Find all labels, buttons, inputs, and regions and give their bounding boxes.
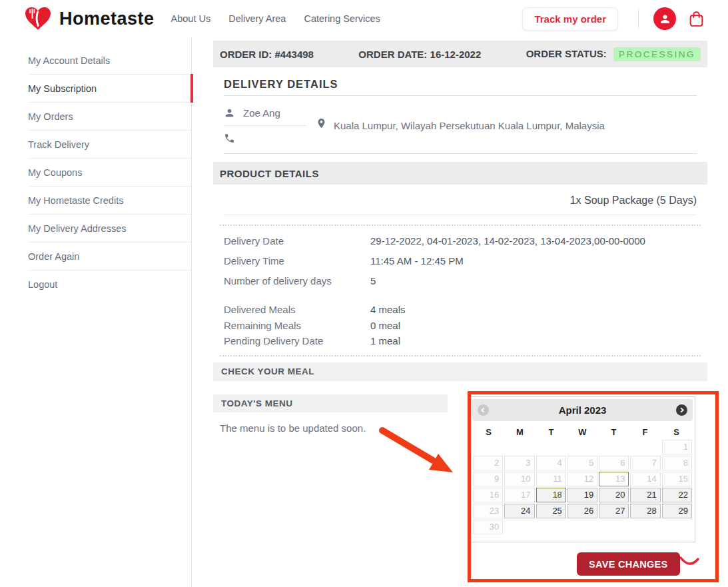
- track-my-order-button[interactable]: Track my order: [522, 7, 618, 31]
- order-id: ORDER ID: #443498: [220, 49, 314, 60]
- product-name: 1x Soup Package (5 Days): [224, 195, 697, 207]
- sidebar-item[interactable]: My Delivery Addresses: [28, 215, 191, 243]
- check-your-meal-header: CHECK YOUR MEAL: [213, 362, 707, 381]
- delivery-address: Kuala Lumpur, Wilayah Persekutuan Kuala …: [316, 107, 697, 144]
- calendar-date-cell[interactable]: 18: [536, 488, 566, 502]
- calendar-date-cell[interactable]: 24: [504, 504, 534, 518]
- calendar-date-cell[interactable]: 22: [662, 488, 692, 502]
- day-header: F: [629, 427, 661, 437]
- main-content: ORDER ID: #443498 ORDER DATE: 16-12-2022…: [192, 37, 728, 434]
- customer-phone-redacted: [243, 134, 303, 143]
- calendar-date-cell[interactable]: [599, 440, 629, 454]
- product-details-header: PRODUCT DETAILS: [213, 162, 707, 185]
- calendar-date-cell[interactable]: 11: [536, 472, 566, 486]
- calendar-date-cell[interactable]: 8: [662, 456, 692, 470]
- calendar-date-cell[interactable]: 3: [504, 456, 534, 470]
- product-info-row: Delivery Time 11:45 AM - 12:45 PM: [224, 251, 697, 271]
- nav-link[interactable]: About Us: [171, 13, 211, 24]
- calendar-date-cell[interactable]: 21: [630, 488, 660, 502]
- meal-status-row: Pending Delivery Date 1 meal: [224, 333, 697, 349]
- chevron-left-icon: [480, 407, 486, 413]
- delivery-date-calendar: April 2023 SMTWTFS: [470, 396, 695, 542]
- nav-link[interactable]: Delivery Area: [228, 13, 286, 24]
- sidebar-item[interactable]: My Hometaste Credits: [28, 187, 191, 215]
- sidebar-item[interactable]: My Subscription: [28, 75, 191, 103]
- order-id-value: #443498: [275, 49, 314, 60]
- calendar-date-cell[interactable]: 27: [599, 504, 629, 518]
- order-date: ORDER DATE: 16-12-2022: [358, 49, 481, 60]
- calendar-date-cell[interactable]: [536, 520, 566, 534]
- calendar-day-headers: SMTWTFS: [473, 427, 692, 437]
- calendar-date-cell[interactable]: 19: [567, 488, 597, 502]
- meal-status-row: Delivered Meals 4 meals: [224, 302, 697, 318]
- calendar-date-cell[interactable]: 30: [473, 520, 503, 534]
- calendar-date-cell[interactable]: [599, 520, 629, 534]
- calendar-date-cell[interactable]: 12: [567, 472, 597, 486]
- calendar-date-cell[interactable]: 4: [536, 456, 566, 470]
- calendar-date-cell[interactable]: [630, 520, 660, 534]
- calendar-date-cell[interactable]: 23: [473, 504, 503, 518]
- nav-link[interactable]: Catering Services: [304, 13, 380, 24]
- day-header: T: [598, 427, 629, 437]
- account-sidebar: My Account Details My Subscription My Or…: [0, 37, 192, 587]
- chevron-right-icon: [679, 407, 685, 413]
- calendar-date-cell[interactable]: [536, 440, 566, 454]
- calendar-date-cell[interactable]: 17: [504, 488, 534, 502]
- calendar-date-cell[interactable]: [504, 520, 534, 534]
- calendar-date-cell[interactable]: [662, 520, 692, 534]
- address-line2: Kuala Lumpur, Wilayah Persekutuan Kuala …: [334, 119, 605, 132]
- calendar-date-cell[interactable]: 6: [599, 456, 629, 470]
- sidebar-item[interactable]: Logout: [28, 271, 191, 298]
- heart-fork-spoon-icon: [23, 6, 53, 31]
- sidebar-item[interactable]: Track Delivery: [28, 131, 191, 159]
- calendar-prev-button[interactable]: [478, 404, 489, 416]
- product-info-row: Delivery Date 29-12-2022, 04-01-2023, 14…: [224, 231, 697, 251]
- person-icon: [224, 107, 235, 119]
- day-header: T: [536, 427, 567, 437]
- save-changes-button[interactable]: SAVE CHANGES: [577, 552, 680, 576]
- product-info-row: Number of delivery days 5: [224, 271, 697, 291]
- calendar-date-cell[interactable]: 7: [630, 456, 660, 470]
- calendar-date-cell[interactable]: 15: [662, 472, 692, 486]
- calendar-date-cell[interactable]: 1: [662, 440, 692, 454]
- todays-menu-header: TODAY'S MENU: [213, 394, 448, 412]
- customer-phone-row: [224, 126, 306, 144]
- calendar-header: April 2023: [472, 399, 693, 421]
- calendar-date-cell[interactable]: [473, 440, 503, 454]
- calendar-date-cell[interactable]: 16: [473, 488, 503, 502]
- calendar-date-cell[interactable]: [567, 440, 597, 454]
- calendar-date-cell[interactable]: 14: [630, 472, 660, 486]
- page: Hometaste About UsDelivery AreaCatering …: [0, 0, 728, 587]
- sidebar-item[interactable]: My Orders: [28, 103, 191, 131]
- calendar-date-cell[interactable]: 20: [599, 488, 629, 502]
- calendar-date-cell[interactable]: 2: [473, 456, 503, 470]
- menu-empty-text: The menu is to be updated soon.: [220, 422, 448, 434]
- calendar-date-cell[interactable]: 26: [567, 504, 597, 518]
- calendar-date-cell[interactable]: 29: [662, 504, 692, 518]
- meal-status-row: Remaining Meals 0 meal: [224, 318, 697, 334]
- day-header: S: [473, 427, 504, 437]
- sidebar-item[interactable]: My Account Details: [28, 47, 191, 75]
- calendar-date-cell[interactable]: 28: [630, 504, 660, 518]
- sidebar-item[interactable]: Order Again: [28, 243, 191, 271]
- account-button[interactable]: [653, 7, 676, 30]
- calendar-date-cell[interactable]: 25: [536, 504, 566, 518]
- header-divider: [638, 9, 639, 29]
- calendar-date-cell[interactable]: 13: [599, 472, 629, 486]
- calendar-date-cell[interactable]: [630, 440, 660, 454]
- calendar-date-cell[interactable]: [567, 520, 597, 534]
- calendar-grid: 1 2 3 4 5 6 7 8 9 10 11 12: [473, 440, 692, 534]
- calendar-next-button[interactable]: [676, 404, 687, 416]
- calendar-date-cell[interactable]: [504, 440, 534, 454]
- cart-button[interactable]: [688, 10, 705, 28]
- order-status: ORDER STATUS: PROCESSING: [526, 47, 701, 61]
- calendar-date-cell[interactable]: 5: [567, 456, 597, 470]
- phone-icon: [224, 133, 235, 144]
- day-header: S: [661, 427, 692, 437]
- sidebar-item[interactable]: My Coupons: [28, 159, 191, 187]
- main-nav: About UsDelivery AreaCatering Services: [171, 13, 380, 24]
- red-crescent-icon: [678, 555, 701, 571]
- meal-status-rows: Delivered Meals 4 meals Remaining Meals …: [224, 302, 697, 349]
- calendar-date-cell[interactable]: 10: [504, 472, 534, 486]
- calendar-date-cell[interactable]: 9: [473, 472, 503, 486]
